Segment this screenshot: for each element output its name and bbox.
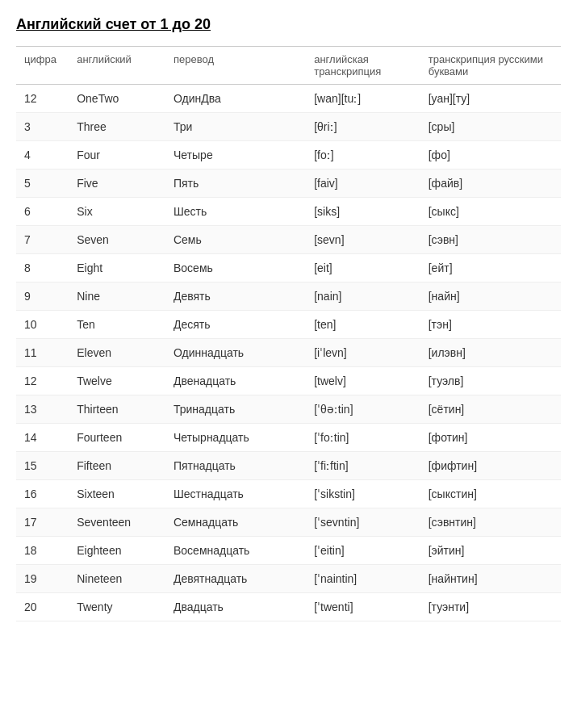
cell-trans: Три <box>165 113 306 141</box>
table-row: 14FourteenЧетырнадцать[ˈfoːtin][фотин] <box>16 424 561 452</box>
cell-num: 13 <box>16 395 69 424</box>
cell-rusletters: [фотин] <box>420 424 561 452</box>
cell-phonetic: [ˈsikstin] <box>306 480 420 508</box>
cell-num: 8 <box>16 254 69 282</box>
cell-phonetic: [θriː] <box>306 113 420 141</box>
cell-num: 12 <box>16 85 69 113</box>
table-row: 12OneTwoОдинДва[wan][tuː][уан][ту] <box>16 85 561 113</box>
cell-eng: Seven <box>69 226 165 254</box>
cell-num: 12 <box>16 367 69 395</box>
cell-eng: Thirteen <box>69 395 165 424</box>
cell-rusletters: [фифтин] <box>420 452 561 480</box>
cell-trans: Тринадцать <box>165 395 306 424</box>
cell-rusletters: [сры] <box>420 113 561 141</box>
cell-trans: ОдинДва <box>165 85 306 113</box>
cell-eng: Seventeen <box>69 508 165 537</box>
cell-num: 17 <box>16 508 69 537</box>
cell-rusletters: [тэн] <box>420 311 561 339</box>
cell-phonetic: [ˈsevntin] <box>306 508 420 537</box>
cell-trans: Двадцать <box>165 593 306 621</box>
cell-phonetic: [ˈtwenti] <box>306 593 420 621</box>
cell-rusletters: [сыкстин] <box>420 480 561 508</box>
cell-eng: Four <box>69 141 165 169</box>
cell-num: 11 <box>16 339 69 367</box>
cell-phonetic: [sevn] <box>306 226 420 254</box>
cell-num: 4 <box>16 141 69 169</box>
cell-eng: OneTwo <box>69 85 165 113</box>
cell-eng: Nineteen <box>69 565 165 593</box>
cell-eng: Three <box>69 113 165 141</box>
cell-eng: Sixteen <box>69 480 165 508</box>
cell-rusletters: [найнтин] <box>420 565 561 593</box>
numbers-table: цифра английский перевод английская тран… <box>16 46 561 621</box>
cell-phonetic: [ˈfoːtin] <box>306 424 420 452</box>
cell-trans: Семнадцать <box>165 508 306 537</box>
cell-phonetic: [ˈeitin] <box>306 537 420 565</box>
cell-trans: Восемнадцать <box>165 537 306 565</box>
cell-num: 9 <box>16 282 69 311</box>
table-row: 5FiveПять[faiv][файв] <box>16 169 561 198</box>
cell-phonetic: [nain] <box>306 282 420 311</box>
cell-num: 15 <box>16 452 69 480</box>
table-row: 7SevenСемь[sevn][сэвн] <box>16 226 561 254</box>
page-title: Английский счет от 1 до 20 <box>16 16 561 33</box>
table-row: 16SixteenШестнадцать[ˈsikstin][сыкстин] <box>16 480 561 508</box>
cell-eng: Twelve <box>69 367 165 395</box>
cell-num: 14 <box>16 424 69 452</box>
header-eng: английский <box>69 47 165 85</box>
cell-trans: Десять <box>165 311 306 339</box>
cell-trans: Двенадцать <box>165 367 306 395</box>
cell-phonetic: [iˈlevn] <box>306 339 420 367</box>
cell-eng: Six <box>69 198 165 226</box>
cell-eng: Eleven <box>69 339 165 367</box>
table-row: 20TwentyДвадцать[ˈtwenti][туэнти] <box>16 593 561 621</box>
cell-num: 5 <box>16 169 69 198</box>
cell-eng: Eight <box>69 254 165 282</box>
cell-eng: Ten <box>69 311 165 339</box>
header-phonetic: английская транскрипция <box>306 47 420 85</box>
cell-num: 19 <box>16 565 69 593</box>
cell-rusletters: [сыкс] <box>420 198 561 226</box>
cell-eng: Fifteen <box>69 452 165 480</box>
cell-phonetic: [ten] <box>306 311 420 339</box>
table-row: 12TwelveДвенадцать[twelv][туэлв] <box>16 367 561 395</box>
cell-trans: Одиннадцать <box>165 339 306 367</box>
cell-rusletters: [сэвн] <box>420 226 561 254</box>
cell-phonetic: [twelv] <box>306 367 420 395</box>
cell-phonetic: [foː] <box>306 141 420 169</box>
cell-phonetic: [siks] <box>306 198 420 226</box>
cell-rusletters: [уан][ту] <box>420 85 561 113</box>
header-trans: перевод <box>165 47 306 85</box>
cell-num: 7 <box>16 226 69 254</box>
cell-rusletters: [сётин] <box>420 395 561 424</box>
cell-trans: Семь <box>165 226 306 254</box>
cell-rusletters: [найн] <box>420 282 561 311</box>
cell-rusletters: [файв] <box>420 169 561 198</box>
cell-phonetic: [ˈnaintin] <box>306 565 420 593</box>
cell-rusletters: [туэнти] <box>420 593 561 621</box>
cell-rusletters: [фо] <box>420 141 561 169</box>
cell-phonetic: [wan][tuː] <box>306 85 420 113</box>
cell-trans: Восемь <box>165 254 306 282</box>
cell-trans: Шестнадцать <box>165 480 306 508</box>
table-row: 17SeventeenСемнадцать[ˈsevntin][сэвнтин] <box>16 508 561 537</box>
cell-rusletters: [ейт] <box>420 254 561 282</box>
header-num: цифра <box>16 47 69 85</box>
cell-eng: Nine <box>69 282 165 311</box>
cell-trans: Четыре <box>165 141 306 169</box>
table-row: 3ThreeТри[θriː][сры] <box>16 113 561 141</box>
cell-num: 3 <box>16 113 69 141</box>
cell-phonetic: [eit] <box>306 254 420 282</box>
cell-trans: Пять <box>165 169 306 198</box>
table-header-row: цифра английский перевод английская тран… <box>16 47 561 85</box>
cell-num: 10 <box>16 311 69 339</box>
cell-phonetic: [ˈθəːtin] <box>306 395 420 424</box>
table-row: 18EighteenВосемнадцать[ˈeitin][эйтин] <box>16 537 561 565</box>
cell-rusletters: [эйтин] <box>420 537 561 565</box>
table-row: 15FifteenПятнадцать[ˈfiːftin][фифтин] <box>16 452 561 480</box>
cell-trans: Девятнадцать <box>165 565 306 593</box>
cell-trans: Четырнадцать <box>165 424 306 452</box>
cell-num: 6 <box>16 198 69 226</box>
cell-rusletters: [туэлв] <box>420 367 561 395</box>
cell-trans: Девять <box>165 282 306 311</box>
